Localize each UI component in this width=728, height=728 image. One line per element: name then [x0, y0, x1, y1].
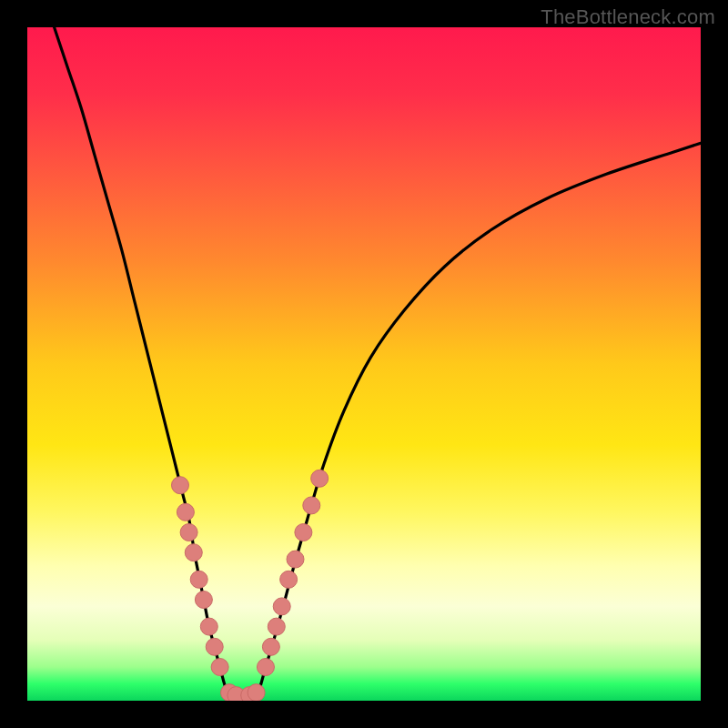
marker-group — [171, 470, 328, 701]
curve-marker — [295, 524, 312, 541]
curve-marker — [195, 592, 212, 609]
curve-marker — [177, 503, 194, 521]
curve-marker — [200, 618, 217, 635]
curve-marker — [311, 470, 329, 487]
curve-marker — [171, 477, 188, 494]
curve-marker — [257, 659, 274, 676]
curve-marker — [303, 497, 320, 514]
curve-marker — [268, 618, 285, 635]
curve-marker — [180, 524, 197, 541]
curve-marker — [287, 551, 304, 568]
curve-marker — [280, 571, 298, 588]
curve-marker — [273, 598, 290, 615]
curve-marker — [262, 638, 279, 655]
curve-marker — [211, 659, 228, 676]
plot-frame — [27, 27, 701, 701]
bottleneck-curve-layer — [27, 27, 701, 701]
watermark-text: TheBottleneck.com — [541, 5, 715, 29]
curve-marker — [206, 638, 223, 655]
curve-marker — [190, 571, 207, 588]
curve-marker — [185, 544, 202, 561]
curve-marker — [248, 684, 265, 701]
bottleneck-curve — [55, 27, 701, 697]
